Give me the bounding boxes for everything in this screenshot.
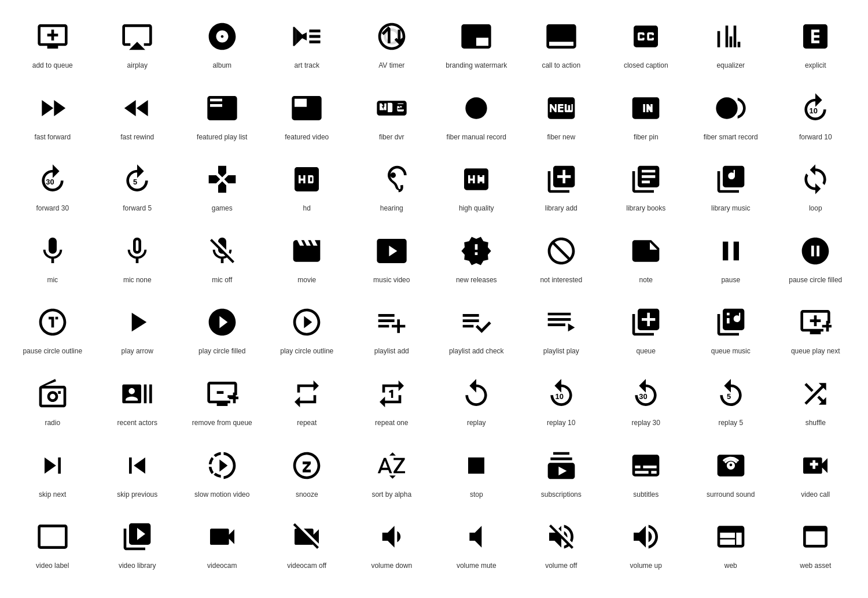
icon-cell-hd: hd bbox=[266, 154, 348, 220]
sort-by-alpha-icon bbox=[372, 445, 412, 486]
icon-cell-repeat: repeat bbox=[266, 369, 348, 435]
icon-cell-replay-10: 10 replay 10 bbox=[520, 369, 602, 435]
icon-cell-library-music: library music bbox=[690, 154, 772, 220]
hd-icon bbox=[286, 159, 327, 200]
video-call-icon bbox=[795, 445, 836, 486]
icon-cell-playlist-add: playlist add bbox=[351, 297, 433, 363]
fiber-pin-label: fiber pin bbox=[634, 133, 659, 142]
videocam-off-label: videocam off bbox=[287, 562, 326, 571]
icon-cell-volume-up: volume up bbox=[605, 512, 687, 578]
icon-cell-subscriptions: subscriptions bbox=[520, 441, 602, 507]
icon-cell-stop: stop bbox=[436, 441, 518, 507]
icon-cell-queue-play-next: queue play next bbox=[775, 297, 857, 363]
forward-30-label: forward 30 bbox=[36, 204, 69, 213]
icon-cell-play-circle-outline: play circle outline bbox=[266, 297, 348, 363]
subscriptions-label: subscriptions bbox=[541, 490, 582, 500]
svg-rect-4 bbox=[310, 40, 321, 43]
subtitles-icon bbox=[626, 445, 666, 486]
movie-icon bbox=[286, 231, 327, 271]
replay-10-icon: 10 bbox=[541, 374, 582, 414]
replay-5-icon: 5 bbox=[711, 374, 751, 414]
icon-cell-games: games bbox=[181, 154, 263, 220]
shuffle-label: shuffle bbox=[806, 419, 826, 428]
icon-cell-play-circle-filled: play circle filled bbox=[181, 297, 263, 363]
icon-cell-forward-10: 10 forward 10 bbox=[775, 83, 857, 149]
icon-cell-closed-caption: closed caption bbox=[605, 12, 687, 77]
new-releases-icon bbox=[456, 231, 496, 271]
fast-forward-label: fast forward bbox=[34, 133, 71, 142]
replay-10-label: replay 10 bbox=[547, 419, 575, 428]
icon-cell-web: web bbox=[690, 512, 772, 578]
pause-label: pause bbox=[721, 276, 740, 285]
repeat-one-icon bbox=[372, 374, 412, 414]
web-icon bbox=[711, 516, 751, 557]
mic-label: mic bbox=[47, 276, 58, 285]
icon-cell-library-add: library add bbox=[520, 154, 602, 220]
note-label: note bbox=[639, 276, 653, 285]
featured-video-icon bbox=[286, 88, 327, 128]
games-label: games bbox=[212, 204, 233, 213]
svg-rect-2 bbox=[310, 29, 321, 32]
replay-label: replay bbox=[467, 419, 486, 428]
volume-up-label: volume up bbox=[630, 562, 662, 571]
fiber-new-label: fiber new bbox=[547, 133, 575, 142]
svg-text:10: 10 bbox=[810, 106, 818, 115]
icon-cell-fiber-pin: fiber pin bbox=[605, 83, 687, 149]
icon-cell-add-to-queue: add to queue bbox=[12, 12, 94, 77]
featured-video-label: featured video bbox=[285, 133, 329, 142]
icon-cell-snooze: snooze bbox=[266, 441, 348, 507]
album-icon bbox=[202, 16, 242, 57]
fiber-manual-record-label: fiber manual record bbox=[447, 133, 506, 142]
icon-cell-repeat-one: repeat one bbox=[351, 369, 433, 435]
icon-cell-fiber-dvr: fiber dvr bbox=[351, 83, 433, 149]
call-to-action-label: call to action bbox=[542, 61, 580, 71]
svg-point-6 bbox=[466, 97, 487, 119]
sort-by-alpha-label: sort by alpha bbox=[372, 490, 411, 500]
svg-text:30: 30 bbox=[46, 178, 54, 187]
icon-cell-library-books: library books bbox=[605, 154, 687, 220]
pause-circle-outline-label: pause circle outline bbox=[23, 347, 82, 356]
play-circle-outline-icon bbox=[286, 302, 327, 342]
web-label: web bbox=[724, 562, 737, 571]
icon-cell-replay-5: 5 replay 5 bbox=[690, 369, 772, 435]
videocam-icon bbox=[202, 516, 242, 557]
airplay-icon bbox=[117, 16, 157, 57]
play-circle-outline-label: play circle outline bbox=[280, 347, 333, 356]
radio-icon bbox=[32, 374, 73, 414]
svg-rect-3 bbox=[310, 35, 321, 38]
hearing-label: hearing bbox=[380, 204, 403, 213]
stop-label: stop bbox=[470, 490, 483, 500]
icon-cell-art-track: art track bbox=[266, 12, 348, 77]
icon-cell-album: album bbox=[181, 12, 263, 77]
featured-play-list-icon bbox=[202, 88, 242, 128]
icon-cell-remove-from-queue: remove from queue bbox=[181, 369, 263, 435]
slow-motion-video-label: slow motion video bbox=[194, 490, 249, 500]
pause-circle-filled-label: pause circle filled bbox=[789, 276, 842, 285]
icon-cell-slow-motion-video: slow motion video bbox=[181, 441, 263, 507]
fast-forward-icon bbox=[32, 88, 73, 128]
queue-icon bbox=[626, 302, 666, 342]
mic-off-label: mic off bbox=[212, 276, 232, 285]
slow-motion-video-icon bbox=[202, 445, 242, 486]
icon-cell-pause-circle-outline: pause circle outline bbox=[12, 297, 94, 363]
add-to-queue-icon bbox=[32, 16, 73, 57]
icon-cell-airplay: airplay bbox=[97, 12, 179, 77]
add-to-queue-label: add to queue bbox=[32, 61, 73, 71]
music-video-label: music video bbox=[373, 276, 410, 285]
icon-cell-loop: loop bbox=[775, 154, 857, 220]
hearing-icon bbox=[372, 159, 412, 200]
icon-cell-volume-off: volume off bbox=[520, 512, 602, 578]
fiber-new-icon bbox=[541, 88, 582, 128]
icon-cell-volume-down: volume down bbox=[351, 512, 433, 578]
video-call-label: video call bbox=[801, 490, 830, 500]
icon-cell-recent-actors: recent actors bbox=[97, 369, 179, 435]
volume-off-label: volume off bbox=[545, 562, 577, 571]
icon-cell-featured-play-list: featured play list bbox=[181, 83, 263, 149]
fiber-pin-icon bbox=[626, 88, 666, 128]
icon-cell-radio: radio bbox=[12, 369, 94, 435]
video-label-label: video label bbox=[36, 562, 69, 571]
recent-actors-icon bbox=[117, 374, 157, 414]
pause-icon bbox=[711, 231, 751, 271]
playlist-add-check-label: playlist add check bbox=[449, 347, 504, 356]
icon-cell-fast-rewind: fast rewind bbox=[97, 83, 179, 149]
